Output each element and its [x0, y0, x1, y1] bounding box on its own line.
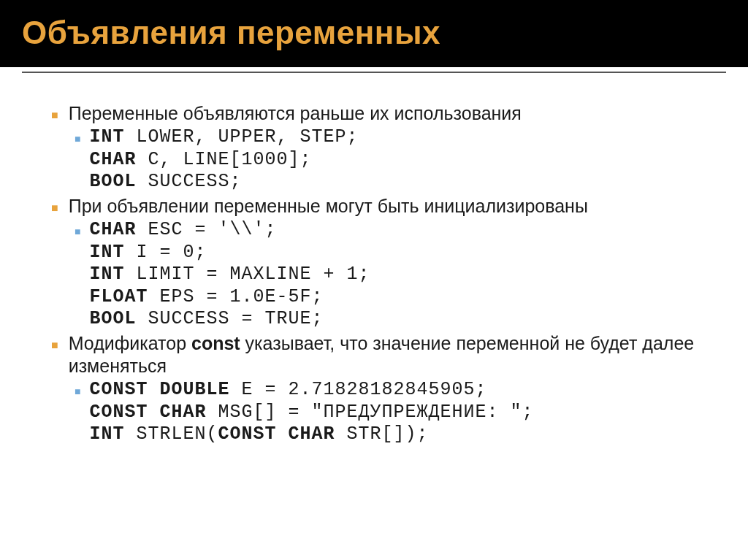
code-text: int lower, upper, step; char c, line[100…: [89, 126, 358, 193]
slide-title: Объявления переменных: [22, 15, 726, 51]
bullet-icon: ■: [75, 133, 80, 193]
bullet-item: ■ Модификатор const указывает, что значе…: [51, 332, 711, 378]
bullet-icon: ■: [51, 338, 58, 378]
bullet-icon: ■: [51, 201, 58, 218]
slide: Объявления переменных ■ Переменные объяв…: [0, 0, 748, 560]
code-block: ■ char esc = '\\'; int i = 0; int limit …: [75, 219, 711, 331]
bullet-icon: ■: [75, 386, 80, 446]
code-block: ■ const double e = 2.71828182845905; con…: [75, 379, 711, 446]
slide-header: Объявления переменных: [0, 0, 748, 67]
slide-content: ■ Переменные объявляются раньше их испол…: [0, 73, 748, 462]
bullet-text: Модификатор const указывает, что значени…: [69, 332, 711, 378]
code-block: ■ int lower, upper, step; char c, line[1…: [75, 126, 711, 193]
code-text: char esc = '\\'; int i = 0; int limit = …: [89, 219, 370, 331]
bullet-text: При объявлении переменные могут быть ини…: [69, 195, 711, 218]
bullet-icon: ■: [75, 226, 80, 331]
bullet-item: ■ Переменные объявляются раньше их испол…: [51, 102, 711, 125]
bullet-item: ■ При объявлении переменные могут быть и…: [51, 195, 711, 218]
code-text: const double e = 2.71828182845905; const…: [89, 379, 533, 446]
bullet-text: Переменные объявляются раньше их использ…: [69, 102, 711, 125]
bullet-icon: ■: [51, 108, 58, 125]
